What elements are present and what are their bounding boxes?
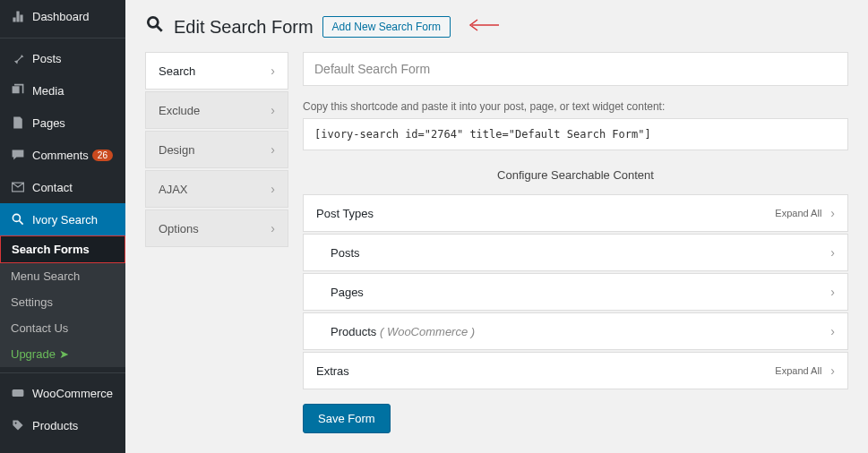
accordion-post-types[interactable]: Post Types Expand All › bbox=[303, 194, 848, 232]
sidebar-item-products[interactable]: Products bbox=[0, 409, 125, 441]
comment-icon bbox=[9, 146, 27, 164]
analytics-icon bbox=[9, 449, 27, 453]
sidebar-item-woocommerce[interactable]: WooCommerce bbox=[0, 372, 125, 409]
sidebar-item-dashboard[interactable]: Dashboard bbox=[0, 0, 125, 32]
submenu-settings[interactable]: Settings bbox=[0, 289, 125, 315]
search-icon bbox=[145, 14, 165, 39]
tab-content: Copy this shortcode and paste it into yo… bbox=[303, 52, 848, 433]
woo-icon bbox=[9, 384, 27, 402]
shortcode-helper: Copy this shortcode and paste it into yo… bbox=[303, 100, 848, 113]
sidebar-label: Products bbox=[32, 419, 78, 432]
media-icon bbox=[9, 81, 27, 99]
chevron-right-icon: › bbox=[830, 206, 835, 220]
sidebar-label: WooCommerce bbox=[32, 387, 113, 400]
pages-icon bbox=[9, 114, 27, 132]
pointer-arrow-icon bbox=[467, 15, 499, 38]
tab-options[interactable]: Options› bbox=[145, 209, 288, 247]
ivory-search-submenu: Search Forms Menu Search Settings Contac… bbox=[0, 235, 125, 367]
arrow-icon: ➤ bbox=[59, 347, 69, 361]
settings-tabs: Search› Exclude› Design› AJAX› Options› bbox=[145, 52, 288, 433]
sidebar-label: Dashboard bbox=[32, 10, 90, 23]
save-form-button[interactable]: Save Form bbox=[303, 404, 391, 433]
admin-sidebar: Dashboard Posts Media Pages Comments 26 … bbox=[0, 0, 125, 453]
sidebar-label: Comments bbox=[32, 149, 89, 162]
page-header: Edit Search Form Add New Search Form bbox=[145, 14, 848, 39]
chevron-right-icon: › bbox=[830, 285, 835, 299]
add-new-search-form-button[interactable]: Add New Search Form bbox=[322, 16, 451, 38]
accordion-posts[interactable]: Posts › bbox=[303, 234, 848, 271]
sidebar-item-posts[interactable]: Posts bbox=[0, 38, 125, 74]
sidebar-item-ivory-search[interactable]: Ivory Search bbox=[0, 203, 125, 235]
contact-icon bbox=[9, 178, 27, 196]
main-content: Edit Search Form Add New Search Form Sea… bbox=[125, 0, 868, 453]
chevron-right-icon: › bbox=[830, 363, 835, 378]
sidebar-label: Media bbox=[32, 84, 64, 98]
chevron-right-icon: › bbox=[271, 221, 275, 235]
sidebar-item-media[interactable]: Media bbox=[0, 74, 125, 107]
svg-rect-1 bbox=[13, 389, 24, 397]
expand-all-link[interactable]: Expand All bbox=[775, 365, 821, 376]
submenu-upgrade[interactable]: Upgrade➤ bbox=[0, 341, 125, 367]
tab-design[interactable]: Design› bbox=[145, 131, 288, 168]
accordion-pages[interactable]: Pages › bbox=[303, 273, 848, 311]
shortcode-box[interactable]: [ivory-search id="2764" title="Default S… bbox=[303, 118, 848, 150]
tab-search[interactable]: Search› bbox=[145, 52, 288, 90]
sidebar-item-pages[interactable]: Pages bbox=[0, 107, 125, 139]
sidebar-item-comments[interactable]: Comments 26 bbox=[0, 139, 125, 171]
tab-exclude[interactable]: Exclude› bbox=[145, 91, 288, 129]
form-title-input[interactable] bbox=[303, 52, 848, 86]
svg-point-0 bbox=[13, 214, 20, 221]
chevron-right-icon: › bbox=[271, 103, 275, 117]
section-title: Configure Searchable Content bbox=[303, 168, 848, 182]
svg-point-2 bbox=[15, 423, 17, 424]
submenu-contact-us[interactable]: Contact Us bbox=[0, 315, 125, 341]
search-icon bbox=[9, 210, 27, 228]
product-icon bbox=[9, 416, 27, 434]
sidebar-label: Ivory Search bbox=[32, 213, 98, 226]
chevron-right-icon: › bbox=[271, 142, 275, 157]
chevron-right-icon: › bbox=[271, 64, 275, 78]
dashboard-icon bbox=[9, 7, 27, 25]
sidebar-label: Posts bbox=[32, 52, 62, 65]
accordion-products[interactable]: Products ( WooCommerce ) › bbox=[303, 312, 848, 350]
comments-badge: 26 bbox=[92, 150, 113, 161]
submenu-menu-search[interactable]: Menu Search bbox=[0, 263, 125, 289]
expand-all-link[interactable]: Expand All bbox=[775, 208, 821, 218]
chevron-right-icon: › bbox=[830, 324, 835, 338]
chevron-right-icon: › bbox=[271, 182, 275, 196]
pin-icon bbox=[9, 49, 27, 67]
submenu-search-forms[interactable]: Search Forms bbox=[0, 235, 125, 263]
chevron-right-icon: › bbox=[830, 245, 835, 260]
svg-point-4 bbox=[148, 17, 158, 27]
sidebar-item-analytics[interactable]: Analytics bbox=[0, 441, 125, 453]
sidebar-label: Pages bbox=[32, 116, 65, 130]
sidebar-label: Contact bbox=[32, 181, 73, 194]
accordion-extras[interactable]: Extras Expand All › bbox=[303, 352, 848, 389]
tab-ajax[interactable]: AJAX› bbox=[145, 170, 288, 208]
sidebar-item-contact[interactable]: Contact bbox=[0, 171, 125, 203]
page-title: Edit Search Form bbox=[174, 17, 314, 38]
